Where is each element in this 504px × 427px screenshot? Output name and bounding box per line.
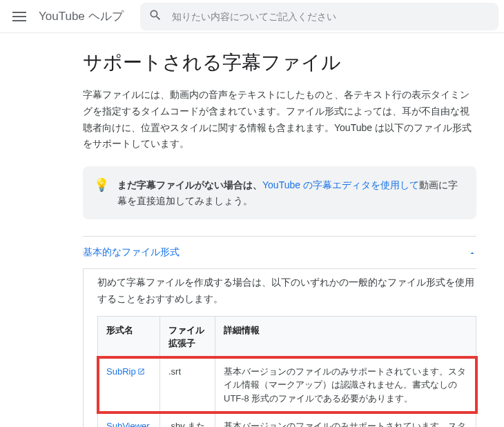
main-menu-button[interactable] xyxy=(6,3,33,30)
external-link-icon xyxy=(137,366,145,373)
app-header: YouTube ヘルプ xyxy=(0,0,504,33)
format-link[interactable]: SubRip xyxy=(106,366,145,377)
search-box[interactable] xyxy=(140,3,498,30)
tip-text: まだ字幕ファイルがない場合は、YouTube の字幕エディタを使用して動画に字幕… xyxy=(117,177,465,208)
page-title: サポートされる字幕ファイル xyxy=(83,50,476,76)
format-link[interactable]: SubViewer xyxy=(106,421,150,427)
brand-title[interactable]: YouTube ヘルプ xyxy=(39,8,124,24)
accordion-header[interactable]: 基本的なファイル形式 xyxy=(83,237,476,268)
format-name-cell: SubViewer xyxy=(98,413,160,427)
table-header-row: 形式名 ファイル拡張子 詳細情報 xyxy=(98,316,476,357)
tip-bold: まだ字幕ファイルがない場合は、 xyxy=(117,179,262,190)
table-row: SubViewer.sbv または .sub基本バージョンのファイルのみサポート… xyxy=(98,413,476,427)
accordion-body: 初めて字幕ファイルを作成する場合は、以下のいずれかの一般的なファイル形式を使用す… xyxy=(83,269,476,427)
col-header-name: 形式名 xyxy=(98,316,160,357)
lightbulb-icon: 💡 xyxy=(94,177,109,193)
accordion-intro: 初めて字幕ファイルを作成する場合は、以下のいずれかの一般的なファイル形式を使用す… xyxy=(97,275,476,308)
table-row: SubRip.srt基本バージョンのファイルのみサポートされています。スタイル情… xyxy=(98,357,476,413)
page-intro: 字幕ファイルには、動画内の音声をテキストにしたものと、各テキスト行の表示タイミン… xyxy=(83,87,476,152)
main-content: サポートされる字幕ファイル 字幕ファイルには、動画内の音声をテキストにしたものと… xyxy=(0,33,504,427)
tip-link[interactable]: YouTube の字幕エディタを使用して xyxy=(262,179,419,190)
chevron-up-icon xyxy=(468,248,476,257)
format-ext-cell: .sbv または .sub xyxy=(160,413,215,427)
search-icon xyxy=(148,8,162,24)
file-format-table: 形式名 ファイル拡張子 詳細情報 SubRip.srt基本バージョンのファイルの… xyxy=(97,316,476,427)
search-input[interactable] xyxy=(171,10,490,23)
format-ext-cell: .srt xyxy=(160,357,215,413)
format-name-cell: SubRip xyxy=(98,357,160,413)
col-header-desc: 詳細情報 xyxy=(215,316,476,357)
search-container xyxy=(140,3,498,30)
accordion-title: 基本的なファイル形式 xyxy=(83,246,180,259)
col-header-ext: ファイル拡張子 xyxy=(160,316,215,357)
format-desc-cell: 基本バージョンのファイルのみサポートされています。スタイル情報（マークアップ）は… xyxy=(215,413,476,427)
tip-callout: 💡 まだ字幕ファイルがない場合は、YouTube の字幕エディタを使用して動画に… xyxy=(83,166,476,219)
hamburger-icon xyxy=(12,12,26,21)
format-desc-cell: 基本バージョンのファイルのみサポートされています。スタイル情報（マークアップ）は… xyxy=(215,357,476,413)
